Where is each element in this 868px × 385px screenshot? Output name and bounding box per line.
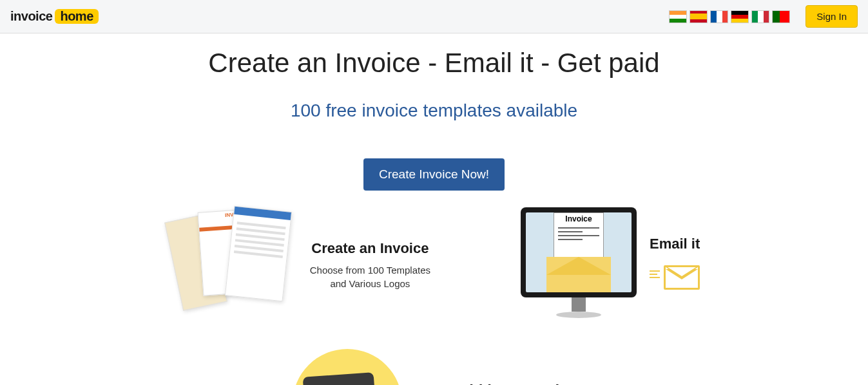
hero-title: Create an Invoice - Email it - Get paid	[0, 48, 868, 79]
flag-spain-icon[interactable]	[690, 10, 708, 23]
language-flags	[669, 10, 790, 23]
feature-email: Invoice Email it	[521, 207, 700, 318]
header-bar: invoice home Sign In	[0, 0, 868, 33]
hero-section: Create an Invoice - Email it - Get paid …	[0, 33, 868, 191]
speed-lines-icon	[650, 268, 660, 280]
envelope-icon	[664, 265, 700, 290]
monitor-icon: Invoice	[521, 207, 637, 318]
feature-create-desc: Choose from 100 Templates and Various Lo…	[310, 263, 430, 290]
signin-button[interactable]: Sign In	[805, 5, 858, 28]
header-right: Sign In	[669, 5, 858, 28]
flag-germany-icon[interactable]	[731, 10, 749, 23]
feature-getpaid: BANK 1234 56 78 Get paid in seconds by c…	[0, 349, 868, 385]
feature-email-title: Email it	[650, 236, 700, 252]
flag-france-icon[interactable]	[710, 10, 728, 23]
flag-portugal-icon[interactable]	[772, 10, 790, 23]
logo-text-invoice: invoice	[10, 9, 52, 24]
flag-india-icon[interactable]	[669, 10, 687, 23]
feature-getpaid-title: Get paid in seconds by card or PayPal	[421, 380, 576, 385]
flag-italy-icon[interactable]	[751, 10, 769, 23]
create-invoice-button[interactable]: Create Invoice Now!	[363, 158, 505, 191]
feature-create-title: Create an Invoice	[310, 240, 430, 257]
feature-create: INVOICE Create an Invoice Choose from 10…	[168, 207, 430, 323]
invoice-stack-icon: INVOICE	[168, 207, 297, 323]
invoice-doc-label: Invoice	[554, 213, 603, 225]
logo-text-home: home	[55, 9, 98, 24]
hero-subtitle: 100 free invoice templates available	[0, 100, 868, 121]
features-row: INVOICE Create an Invoice Choose from 10…	[0, 207, 868, 323]
logo[interactable]: invoice home	[10, 9, 99, 24]
credit-card-icon: BANK 1234 56 78	[293, 349, 402, 385]
